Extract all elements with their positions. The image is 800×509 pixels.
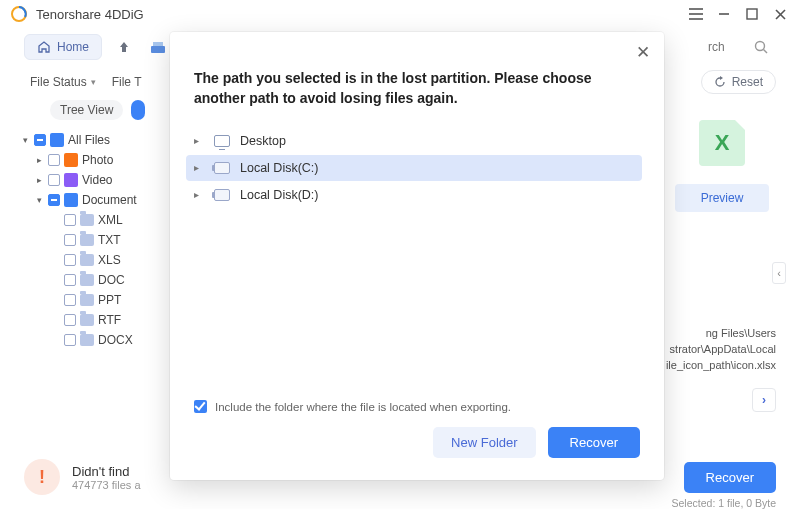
- close-icon[interactable]: [770, 4, 790, 24]
- svg-line-11: [764, 50, 768, 54]
- app-logo: [10, 5, 28, 23]
- title-bar: Tenorshare 4DDiG: [0, 0, 800, 28]
- folder-icon: [80, 254, 94, 266]
- chevron-down-icon: ▾: [34, 195, 44, 205]
- chevron-down-icon: ▾: [20, 135, 30, 145]
- tree-doc-docx[interactable]: DOCX: [50, 330, 168, 350]
- home-button[interactable]: Home: [24, 34, 102, 60]
- path-row-desktop[interactable]: ▸Desktop: [186, 128, 642, 154]
- folder-icon: [80, 234, 94, 246]
- file-type-filter[interactable]: File T: [112, 75, 142, 89]
- chevron-right-icon: ▸: [194, 135, 204, 146]
- include-folder-label: Include the folder where the file is loc…: [215, 401, 511, 413]
- chevron-right-icon: ▸: [34, 155, 44, 165]
- file-path-partial: ng Files\Users strator\AppData\Local ile…: [664, 326, 776, 374]
- video-icon: [64, 173, 78, 187]
- path-row-local-disk-c-[interactable]: ▸Local Disk(C:): [186, 155, 642, 181]
- reset-icon: [714, 76, 726, 88]
- checkbox[interactable]: [64, 234, 76, 246]
- path-list: ▸Desktop▸Local Disk(C:)▸Local Disk(D:): [170, 127, 664, 392]
- tree-doc-xls[interactable]: XLS: [50, 250, 168, 270]
- next-page-button[interactable]: ›: [752, 388, 776, 412]
- dialog-close-button[interactable]: ✕: [636, 42, 650, 63]
- app-title: Tenorshare 4DDiG: [36, 7, 144, 22]
- include-folder-option[interactable]: Include the folder where the file is loc…: [170, 392, 664, 427]
- tree-all-files[interactable]: ▾ All Files: [20, 130, 168, 150]
- file-tree: ▾ All Files ▸ Photo ▸ Video: [20, 130, 168, 350]
- checkbox-checked[interactable]: [194, 400, 207, 413]
- checkbox[interactable]: [64, 274, 76, 286]
- tree-doc-doc[interactable]: DOC: [50, 270, 168, 290]
- tree-photo[interactable]: ▸ Photo: [34, 150, 168, 170]
- checkbox[interactable]: [48, 154, 60, 166]
- chevron-down-icon: ▾: [91, 77, 96, 87]
- folder-icon: [80, 214, 94, 226]
- checkbox[interactable]: [64, 254, 76, 266]
- chevron-right-icon: ▸: [34, 175, 44, 185]
- reset-button[interactable]: Reset: [701, 70, 776, 94]
- not-found-title: Didn't find: [72, 464, 141, 479]
- folder-icon: [80, 294, 94, 306]
- minimize-icon[interactable]: [714, 4, 734, 24]
- search-input[interactable]: [708, 40, 748, 54]
- tab-active[interactable]: [131, 100, 145, 120]
- up-button[interactable]: [112, 35, 136, 59]
- file-type-badge: X: [699, 120, 745, 166]
- collapse-handle[interactable]: ‹: [772, 262, 786, 284]
- recover-path-dialog: ✕ The path you selected is in the lost p…: [170, 32, 664, 480]
- checkbox-indeterminate[interactable]: [48, 194, 60, 206]
- checkbox[interactable]: [64, 294, 76, 306]
- tree-video[interactable]: ▸ Video: [34, 170, 168, 190]
- folder-icon: [80, 314, 94, 326]
- tree-doc-xml[interactable]: XML: [50, 210, 168, 230]
- new-folder-button[interactable]: New Folder: [433, 427, 535, 458]
- warning-badge: !: [24, 459, 60, 495]
- desktop-icon: [214, 135, 230, 147]
- preview-button[interactable]: Preview: [675, 184, 770, 212]
- maximize-icon[interactable]: [742, 4, 762, 24]
- disk-icon: [214, 189, 230, 201]
- tree-doc-rtf[interactable]: RTF: [50, 310, 168, 330]
- chevron-right-icon: ▸: [194, 189, 204, 200]
- photo-icon: [64, 153, 78, 167]
- dialog-recover-button[interactable]: Recover: [548, 427, 640, 458]
- tab-tree-view[interactable]: Tree View: [50, 100, 123, 120]
- bottom-text: Didn't find 474773 files a: [72, 464, 141, 491]
- svg-rect-8: [151, 46, 165, 53]
- checkbox[interactable]: [64, 334, 76, 346]
- svg-rect-5: [747, 9, 757, 19]
- search-box[interactable]: [656, 36, 776, 58]
- tree-document[interactable]: ▾ Document: [34, 190, 168, 210]
- checkbox-indeterminate[interactable]: [34, 134, 46, 146]
- path-row-local-disk-d-[interactable]: ▸Local Disk(D:): [186, 182, 642, 208]
- menu-icon[interactable]: [686, 4, 706, 24]
- selection-info: Selected: 1 file, 0 Byte: [672, 497, 776, 509]
- search-icon: [754, 40, 768, 54]
- allfiles-icon: [50, 133, 64, 147]
- svg-point-10: [756, 42, 765, 51]
- folder-icon: [80, 274, 94, 286]
- preview-panel: X Preview: [668, 120, 776, 212]
- recover-main-button[interactable]: Recover: [684, 462, 776, 493]
- home-label: Home: [57, 40, 89, 54]
- dialog-message: The path you selected is in the lost par…: [170, 32, 664, 127]
- file-status-filter[interactable]: File Status ▾: [30, 75, 96, 89]
- document-icon: [64, 193, 78, 207]
- sidebar: Tree View ▾ All Files ▸ Photo ▸: [0, 94, 174, 509]
- svg-rect-9: [153, 42, 163, 46]
- excel-x-icon: X: [715, 130, 730, 156]
- chevron-right-icon: ▸: [194, 162, 204, 173]
- disk-icon: [214, 162, 230, 174]
- checkbox[interactable]: [48, 174, 60, 186]
- tool-button[interactable]: [146, 35, 170, 59]
- folder-icon: [80, 334, 94, 346]
- checkbox[interactable]: [64, 314, 76, 326]
- not-found-subtitle: 474773 files a: [72, 479, 141, 491]
- home-icon: [37, 40, 51, 54]
- tree-doc-txt[interactable]: TXT: [50, 230, 168, 250]
- checkbox[interactable]: [64, 214, 76, 226]
- tree-doc-ppt[interactable]: PPT: [50, 290, 168, 310]
- dialog-buttons: New Folder Recover: [170, 427, 664, 480]
- view-tabs: Tree View: [20, 94, 168, 130]
